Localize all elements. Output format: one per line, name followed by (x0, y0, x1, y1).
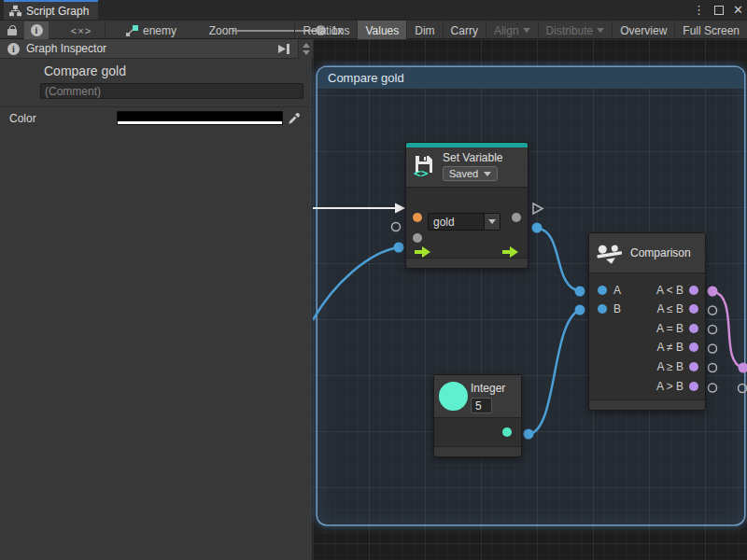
info-button[interactable]: i (24, 21, 49, 39)
svg-text:<>: <> (414, 166, 429, 178)
close-icon[interactable]: ✕ (733, 0, 743, 20)
node-footer (434, 446, 521, 456)
comparison-output-notequal[interactable]: A ≠ B (656, 340, 698, 356)
graph-title: Compare gold (44, 63, 126, 78)
comparison-input-b[interactable]: B (598, 301, 621, 316)
input-port-b[interactable] (598, 304, 607, 314)
output-port[interactable] (689, 324, 698, 333)
eyedropper-icon (288, 112, 301, 125)
chevron-down-icon (488, 219, 496, 224)
value-in-port[interactable] (413, 233, 422, 243)
chevron-down-icon (484, 172, 491, 176)
spinner-down-icon[interactable] (303, 50, 310, 55)
output-port[interactable] (689, 286, 698, 295)
variable-name-port[interactable] (413, 213, 422, 222)
unity-window: Script Graph ⋮ ✕ i <×> en (0, 0, 747, 560)
relations-button[interactable]: Relations (294, 21, 357, 40)
node-title: Comparison (630, 246, 691, 259)
lock-button[interactable] (2, 21, 22, 39)
graph-inspector-panel: i Graph Inspector Compare gold Color (0, 39, 313, 560)
comparison-output-lessequal[interactable]: A ≤ B (656, 301, 698, 317)
wire-endpoint[interactable] (532, 223, 543, 233)
wire-endpoint[interactable] (575, 287, 585, 297)
flow-out-port[interactable] (502, 246, 519, 258)
comparison-output-less[interactable]: A < B (656, 282, 698, 298)
titlebar: Script Graph ⋮ ✕ (0, 0, 747, 20)
integer-value-input[interactable] (471, 398, 492, 413)
toolbar: i <×> enemy Zoom 1x Relations Values Dim… (0, 20, 747, 39)
maximize-icon[interactable] (714, 6, 724, 15)
variable-name-dropdown[interactable]: gold (428, 213, 500, 231)
color-alpha-bar (118, 121, 282, 124)
node-comparison[interactable]: Comparison A B A < B A ≤ B (589, 233, 705, 410)
comment-input[interactable] (40, 83, 303, 99)
node-title: Integer (471, 382, 505, 395)
info-icon: i (7, 43, 20, 55)
output-port[interactable] (689, 304, 698, 314)
wire-endpoint[interactable] (575, 305, 585, 315)
align-button[interactable]: Align (486, 21, 538, 40)
output-port[interactable] (689, 382, 698, 391)
values-button[interactable]: Values (357, 21, 406, 40)
wire-endpoint[interactable] (708, 287, 718, 297)
comparison-scale-icon (596, 241, 624, 265)
wire-endpoint[interactable] (394, 243, 404, 253)
input-port-a[interactable] (598, 286, 607, 295)
node-title: Set Variable (443, 151, 502, 164)
floppy-variable-icon: <> (412, 154, 436, 178)
integer-out-port[interactable] (502, 427, 512, 437)
comparison-output-equal[interactable]: A = B (656, 320, 698, 336)
code-view-button[interactable]: <×> (67, 21, 95, 39)
lock-icon (7, 25, 17, 35)
output-port[interactable] (689, 343, 698, 352)
carry-button[interactable]: Carry (443, 21, 486, 40)
code-icon: <×> (71, 25, 92, 36)
integer-circle-icon (439, 382, 468, 411)
node-set-variable[interactable]: <> Set Variable Saved (406, 143, 528, 268)
graph-canvas[interactable]: Compare gold (313, 39, 747, 560)
comparison-input-a[interactable]: A (598, 282, 621, 298)
spinner-up-icon[interactable] (303, 43, 310, 48)
script-graph-icon (9, 5, 21, 17)
comparison-output-greaterequal[interactable]: A ≥ B (656, 358, 698, 374)
dim-button[interactable]: Dim (406, 21, 442, 40)
divider (0, 106, 313, 107)
inspector-header: i Graph Inspector (0, 39, 313, 59)
comparison-output-greater[interactable]: A > B (656, 379, 698, 395)
graph-breadcrumb[interactable]: enemy (125, 21, 181, 39)
node-footer (589, 399, 705, 410)
group-title: Compare gold (328, 71, 404, 85)
node-footer (406, 258, 528, 268)
node-integer[interactable]: Integer (434, 375, 521, 456)
enemy-node-icon (125, 24, 138, 37)
info-icon: i (31, 24, 43, 36)
tab-script-graph[interactable]: Script Graph (4, 0, 98, 20)
flow-in-port[interactable] (415, 246, 431, 258)
color-swatch[interactable] (117, 111, 283, 125)
menu-icon[interactable]: ⋮ (693, 0, 705, 20)
value-out-port[interactable] (512, 213, 521, 222)
variable-kind-dropdown[interactable]: Saved (443, 166, 498, 181)
dock-right-icon[interactable] (277, 43, 290, 55)
group-header[interactable]: Compare gold (317, 67, 744, 89)
graph-name: enemy (143, 24, 176, 37)
chevron-down-icon (597, 28, 604, 33)
distribute-button[interactable]: Distribute (538, 21, 613, 40)
wire-endpoint[interactable] (524, 429, 534, 440)
output-port[interactable] (689, 362, 698, 371)
inspector-title: Graph Inspector (26, 42, 106, 55)
dropdown-button[interactable] (484, 214, 500, 230)
tab-title: Script Graph (26, 5, 89, 18)
overview-button[interactable]: Overview (612, 21, 674, 40)
toolbar-right-buttons: Relations Values Dim Carry Align Distrib… (294, 21, 747, 40)
fullscreen-button[interactable]: Full Screen (674, 21, 747, 40)
color-label: Color (9, 112, 36, 125)
chevron-down-icon (523, 28, 530, 33)
eyedropper-button[interactable] (285, 111, 303, 125)
inspector-scroll-spinner[interactable] (298, 39, 313, 59)
